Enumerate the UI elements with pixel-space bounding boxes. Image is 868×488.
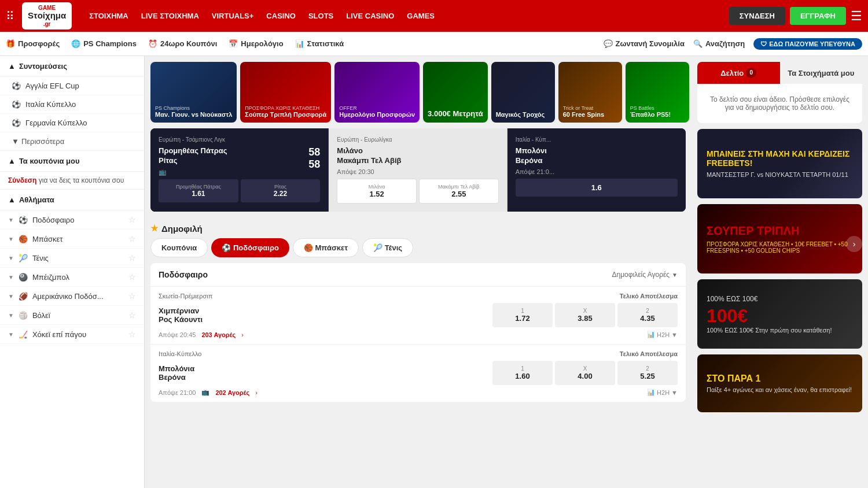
search-label: Αναζήτηση [705,39,745,48]
my-coupons-header[interactable]: ▲ Τα κουπόνια μου [0,151,144,172]
tab-coupons[interactable]: Κουπόνια [150,238,208,257]
more-shortcuts[interactable]: ▼ Περισσότερα [0,132,144,151]
sidebar-item-baseball[interactable]: ▼ 🎱 Μπέιζμπολ ☆ [0,268,144,287]
promo-card-2[interactable]: OFFER Ημερολόγιο Προσφορών [334,62,420,123]
ps-champions-nav-item[interactable]: 🌐 PS Champions [71,39,137,48]
odd-btn-1-1[interactable]: 1 1.60 [492,361,553,385]
odd-btn-team2-0[interactable]: Ρίτας 2.22 [241,179,321,202]
match-team2-0: Ρος Κάουντι [159,315,492,324]
nav-live-casino[interactable]: LIVE CASINO [340,8,400,24]
promo-banner-sub-2: 100% ΕΩΣ 100€ Στην πρώτη σου κατάθεση! [707,327,853,334]
betslip-tab[interactable]: Δελτίο 0 [697,62,780,84]
sidebar-item-volleyball[interactable]: ▼ 🏐 Βόλεϊ ☆ [0,306,144,325]
popular-markets-button[interactable]: Δημοφιλείς Αγορές ▼ [612,271,678,279]
tab-tennis[interactable]: 🎾 Τένις [362,238,413,257]
login-button[interactable]: ΣΥΝΔΕΣΗ [729,7,785,25]
h2h-button-0[interactable]: 📊 H2H ▼ [647,331,678,338]
odd-val-2-0: 4.35 [640,314,654,323]
star-icon-5[interactable]: ☆ [128,291,136,301]
sidebar-item-soccer[interactable]: ▼ ⚽ Ποδόσφαιρο ☆ [0,210,144,230]
logo-tld: .gr [43,21,51,27]
chevron-right-markets-icon-2: › [255,389,258,396]
coupons-label: Τα κουπόνια μου [19,157,80,165]
odd-btn-team1-1[interactable]: Μιλάνο 1.52 [337,179,417,204]
nav-virtuals[interactable]: VIRTUALS+ [206,8,260,24]
chevron-up-icon: ▲ [8,62,16,71]
promo-banner-title-2: 100€ [707,305,853,327]
chevron-down-markets-icon: ▼ [672,272,678,278]
promo-banner-2[interactable]: 100% ΕΩΣ 100€ 100€ 100% ΕΩΣ 100€ Στην πρ… [697,279,862,349]
promo-card-4[interactable]: Μαγικός Τροχός [491,62,555,123]
odd-btn-2-1[interactable]: 2 5.25 [617,361,678,385]
promo-banner-0[interactable]: ΜΠΑΙΝΕΙΣ ΣΤΗ ΜΑΧΗ ΚΑΙ ΚΕΡΔΙΖΕΙΣ FREEBETS… [697,129,862,198]
promo-banner-sub-1: ΠΡΟΣΦΟΡΑ ΧΩΡΙΣ ΚΑΤΑΘΕΣΗ • 10€ FREEBET • … [707,241,853,254]
promo-card-title-2: Ημερολόγιο Προσφορών [339,111,415,118]
odd-btn-team2-1[interactable]: Μακάμπι Τελ Αβίβ 2.55 [419,179,499,204]
odd-label-team2-0: Ρίτας [243,184,318,190]
tennis-sport-icon: 🎾 [19,254,28,263]
stats-nav-item[interactable]: 📊 Στατιστικά [295,39,344,48]
odd-val-team1-2: 1.6 [591,183,602,192]
sidebar-item-basketball[interactable]: ▼ 🏀 Μπάσκετ ☆ [0,230,144,249]
responsible-gaming-badge[interactable]: 🛡 ΕΔΩ ΠΑΙΖΟΥΜΕ ΥΠΕΥΘΥΝΑ [753,38,862,50]
sidebar-item-italy-cup[interactable]: ⚽ Ιταλία Κύπελλο [0,95,144,114]
promo-card-3[interactable]: 3.000€ Μετρητά [423,62,488,123]
logo[interactable]: GAME Sτoίχημα .gr [22,2,72,29]
odd-btn-x-0[interactable]: Χ 3.85 [555,303,615,327]
odd-val-x-0: 3.85 [578,314,592,323]
main-content: PS Champions Μαν. Γιουν. vs Νιούκαστλ ΠΡ… [145,56,692,488]
nav-stoixima[interactable]: ΣΤΟΙΧΗΜΑ [83,8,134,24]
star-icon[interactable]: ☆ [128,215,136,224]
tab-basketball[interactable]: 🏀 Μπάσκετ [293,238,359,257]
sidebar-item-tennis[interactable]: ▼ 🎾 Τένις ☆ [0,249,144,268]
hamburger-icon[interactable]: ☰ [851,9,862,24]
promo-card-1[interactable]: ΠΡΟΣΦΟΡΑ ΧΩΡΙΣ ΚΑΤΑΘΕΣΗ Σούπερ Τριπλή Πρ… [240,62,331,123]
grid-menu-icon[interactable]: ⠿ [6,9,14,23]
shortcuts-header[interactable]: ▲ Συντομεύσεις [0,56,144,77]
odd-btn-team1-0[interactable]: Προμηθέας Πάτρας 1.61 [159,179,238,202]
promo-banner-1[interactable]: ΣΟΥΠΕΡ ΤΡΙΠΛΗ ΠΡΟΣΦΟΡΑ ΧΩΡΙΣ ΚΑΤΑΘΕΣΗ • … [697,204,862,273]
star-icon-3[interactable]: ☆ [128,253,136,263]
sidebar-item-american-football[interactable]: ▼ 🏈 Αμερικάνικο Ποδόσ... ☆ [0,287,144,306]
search-nav-item[interactable]: 🔍 Αναζήτηση [693,39,745,48]
odd-btn-1-0[interactable]: 1 1.72 [492,303,553,327]
star-icon-7[interactable]: ☆ [128,330,136,339]
promo-card-sub-5: Trick or Treat [563,105,617,111]
login-link[interactable]: Σύνδεση [8,176,36,184]
my-bets-tab[interactable]: Τα Στοιχήματά μου [780,62,863,84]
promo-card-5[interactable]: Trick or Treat 60 Free Spins [558,62,622,123]
star-icon-4[interactable]: ☆ [128,272,136,282]
promo-card-0[interactable]: PS Champions Μαν. Γιουν. vs Νιούκαστλ [150,62,237,123]
live-match-team2-1: Μακάμπι Τελ Αβίβ [337,156,498,165]
odd-lbl-x-1: Χ [558,365,612,372]
chat-icon: 💬 [604,39,613,48]
odd-btn-team1-2[interactable]: 1.6 [516,179,678,197]
markets-link-1[interactable]: 202 Αγορές [215,389,249,396]
sidebar-item-germany-cup[interactable]: ⚽ Γερμανία Κύπελλο [0,114,144,132]
nav-slots[interactable]: SLOTS [303,8,339,24]
sports-header[interactable]: ▲ Αθλήματα [0,189,144,210]
tab-soccer[interactable]: ⚽ Ποδόσφαιρο [211,238,289,257]
24h-coupon-nav-item[interactable]: ⏰ 24ωρο Κουπόνι [148,39,217,48]
odd-btn-2-0[interactable]: 2 4.35 [617,303,678,327]
register-button[interactable]: ΕΓΓΡΑΦΗ [790,7,846,25]
promo-card-6[interactable]: PS Battles Έπαθλο PS5! [626,62,689,123]
star-icon-6[interactable]: ☆ [128,310,136,320]
nav-casino[interactable]: CASINO [260,8,301,24]
nav-games[interactable]: GAMES [401,8,440,24]
markets-link-0[interactable]: 203 Αγορές [201,331,236,338]
odd-btn-x-1[interactable]: Χ 4.00 [555,361,615,385]
offers-icon: 🎁 [6,39,15,48]
h2h-button-1[interactable]: 📊 H2H ▼ [647,389,678,396]
promo-banner-3[interactable]: ΣΤΟ ΠΑΡΑ 1 Παίξε 4+ αγώνες και αν χάσεις… [697,354,862,412]
odd-val-team2-0: 2.22 [274,190,287,198]
offers-nav-item[interactable]: 🎁 Προσφορές [6,39,60,48]
nav-live-stoixima[interactable]: LIVE ΣΤΟΙΧΗΜΑ [135,8,205,24]
sidebar-item-hockey[interactable]: ▼ 🏒 Χόκεϊ επί πάγου ☆ [0,325,144,344]
live-chat-nav-item[interactable]: 💬 Ζωντανή Συνομιλία [604,39,685,48]
odd-val-1-0: 1.72 [515,314,529,323]
star-icon-2[interactable]: ☆ [128,234,136,243]
match-market-1: Τελικό Αποτέλεσμα [620,350,678,357]
sidebar-item-england-efl[interactable]: ⚽ Αγγλία EFL Cup [0,77,144,95]
calendar-nav-item[interactable]: 📅 Ημερολόγιο [229,39,283,48]
